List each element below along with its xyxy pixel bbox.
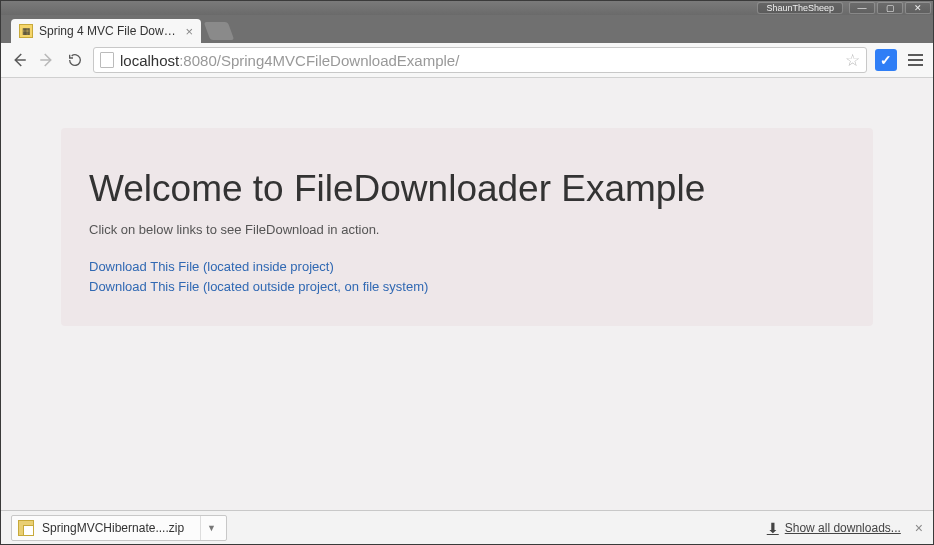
download-link-external[interactable]: Download This File (located outside proj… xyxy=(89,277,845,297)
tab-title: Spring 4 MVC File Downlo xyxy=(39,24,179,38)
favicon-icon: ▦ xyxy=(19,24,33,38)
page-subtext: Click on below links to see FileDownload… xyxy=(89,222,845,237)
zip-file-icon xyxy=(18,520,34,536)
download-item-menu[interactable]: ▼ xyxy=(200,516,222,540)
url-text: localhost:8080/Spring4MVCFileDownloadExa… xyxy=(120,52,839,69)
download-link-internal[interactable]: Download This File (located inside proje… xyxy=(89,257,845,277)
browser-toolbar: localhost:8080/Spring4MVCFileDownloadExa… xyxy=(1,43,933,78)
bookmark-star-icon[interactable]: ☆ xyxy=(845,50,860,71)
content-panel: Welcome to FileDownloader Example Click … xyxy=(61,128,873,326)
page-icon xyxy=(100,52,114,68)
window-minimize-button[interactable]: — xyxy=(849,2,875,14)
check-icon: ✓ xyxy=(880,52,892,68)
download-filename: SpringMVCHibernate....zip xyxy=(42,521,192,535)
window-maximize-button[interactable]: ▢ xyxy=(877,2,903,14)
browser-menu-button[interactable] xyxy=(905,54,925,66)
window-close-button[interactable]: ✕ xyxy=(905,2,931,14)
browser-tab[interactable]: ▦ Spring 4 MVC File Downlo × xyxy=(11,19,201,43)
download-shelf: SpringMVCHibernate....zip ▼ ⬇ Show all d… xyxy=(1,510,933,544)
page-heading: Welcome to FileDownloader Example xyxy=(89,168,845,210)
arrow-left-icon xyxy=(10,51,28,69)
os-user-badge: ShaunTheSheep xyxy=(757,2,843,14)
reload-icon xyxy=(67,52,83,68)
download-arrow-icon: ⬇ xyxy=(767,520,779,536)
tab-close-button[interactable]: × xyxy=(185,25,193,38)
show-all-downloads-link[interactable]: ⬇ Show all downloads... xyxy=(767,520,901,536)
address-bar[interactable]: localhost:8080/Spring4MVCFileDownloadExa… xyxy=(93,47,867,73)
window-titlebar: ShaunTheSheep — ▢ ✕ xyxy=(1,1,933,15)
extension-button[interactable]: ✓ xyxy=(875,49,897,71)
new-tab-button[interactable] xyxy=(204,22,235,40)
forward-button[interactable] xyxy=(37,50,57,70)
tab-strip: ▦ Spring 4 MVC File Downlo × xyxy=(1,15,933,43)
download-shelf-close-button[interactable]: × xyxy=(915,520,923,536)
arrow-right-icon xyxy=(38,51,56,69)
page-viewport: Welcome to FileDownloader Example Click … xyxy=(1,78,933,510)
back-button[interactable] xyxy=(9,50,29,70)
reload-button[interactable] xyxy=(65,50,85,70)
download-item[interactable]: SpringMVCHibernate....zip ▼ xyxy=(11,515,227,541)
hamburger-icon xyxy=(908,54,923,56)
